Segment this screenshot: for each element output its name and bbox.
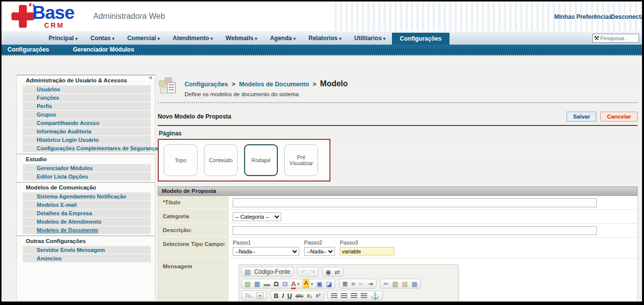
find-icon[interactable]: ◉ xyxy=(325,269,331,275)
tab-contas[interactable]: Contas▾ xyxy=(84,31,121,45)
indent-icon[interactable]: ⇥ xyxy=(368,281,373,287)
sidebar-item-modelos-documento[interactable]: Modelos de Documento xyxy=(23,226,151,234)
sidebar-item-usuarios[interactable]: Usuários xyxy=(23,85,151,93)
titulo-input[interactable] xyxy=(233,198,597,207)
categoria-select[interactable]: -- Categoria -- xyxy=(233,212,281,221)
replace-icon[interactable]: ⇄ xyxy=(334,269,340,275)
sidebar-section-title: Estudio xyxy=(17,154,155,164)
sidebar-item-modelos-email[interactable]: Modelos E-mail xyxy=(23,201,151,209)
sidebar-item-grupos[interactable]: Grupos xyxy=(23,111,151,119)
strikethrough-button[interactable]: abc xyxy=(295,293,303,299)
special-char-icon[interactable]: Ω xyxy=(274,281,279,287)
italic-button[interactable]: I xyxy=(282,292,284,300)
sidebar-item-historico-login[interactable]: Histórico Login Usuário xyxy=(23,136,151,144)
tab-principal[interactable]: Principal▾ xyxy=(42,31,84,45)
passo3-input[interactable] xyxy=(340,247,394,255)
sidebar-item-editor-lista-opcoes[interactable]: Editor Lista Opções xyxy=(23,173,151,181)
page-tab-pre-visualizar[interactable]: Pré Visualizar xyxy=(284,144,318,176)
breadcrumb-configuracoes[interactable]: Configurações xyxy=(185,81,228,88)
subscript-button[interactable]: x₂ xyxy=(307,292,313,299)
breadcrumb-modelos-documento[interactable]: Modelos de Documento xyxy=(239,81,309,88)
bold-button[interactable]: B xyxy=(274,292,278,300)
chevron-down-icon: ▾ xyxy=(75,36,78,41)
horizontal-rule-icon[interactable]: ▬ xyxy=(264,281,270,287)
search-tools-icon: ⚒ xyxy=(594,35,599,41)
anchor-icon[interactable]: ⚓ xyxy=(371,292,379,299)
sidebar-item-servidor-envio[interactable]: Servidor Envio Mensagem xyxy=(23,246,151,254)
bullet-list-icon[interactable]: ≡ xyxy=(351,281,355,287)
subnav-gerenciador-modulos[interactable]: Gerenciador Módulos xyxy=(73,46,134,53)
tab-atendimento[interactable]: Atendimento▾ xyxy=(166,31,219,45)
align-left-icon[interactable] xyxy=(331,293,337,299)
underline-button[interactable]: U xyxy=(287,292,292,300)
text-color-icon[interactable]: A xyxy=(291,280,296,288)
sidebar-item-funcoes[interactable]: Funções xyxy=(23,94,151,102)
sidebar-section-admin: Administração de Usuário & Acessos Usuár… xyxy=(17,75,155,154)
tab-relatorios[interactable]: Relatorios▾ xyxy=(302,31,348,45)
redo-icon[interactable]: ↷ xyxy=(310,269,315,275)
tab-agenda[interactable]: Agenda▾ xyxy=(263,31,302,45)
sidebar-item-modelos-atendimento[interactable]: Modelos de Atendimento xyxy=(23,218,151,226)
ordered-list-icon[interactable]: ≣ xyxy=(342,281,348,287)
cut-icon[interactable]: ✂ xyxy=(384,281,389,287)
tab-configuracoes[interactable]: Configurações xyxy=(392,33,450,45)
page-tab-conteudo[interactable]: Conteúdo xyxy=(204,144,238,176)
source-doc-icon: ▤ xyxy=(245,269,251,275)
outdent-icon[interactable]: ⇤ xyxy=(359,281,364,287)
font-size-dropdown[interactable]: Ta... ▾ xyxy=(241,291,267,301)
cancel-button[interactable]: Cancelar xyxy=(600,112,638,122)
source-code-button[interactable]: Código-Fonte xyxy=(254,268,290,275)
breadcrumb-current: Modelo xyxy=(320,79,348,88)
chevron-down-icon: ▾ xyxy=(257,292,263,299)
form-section-header: Modelo de Proposta xyxy=(158,186,638,196)
align-center-icon[interactable] xyxy=(341,293,347,299)
sidebar-section-title: Outras Configurações xyxy=(17,236,155,245)
app-title: Administradora Web xyxy=(93,12,165,21)
align-right-icon[interactable] xyxy=(351,293,357,299)
highlight-color-icon[interactable]: A xyxy=(303,279,309,288)
paste-from-word-icon[interactable]: ▩ xyxy=(411,281,417,287)
chevron-down-icon: ▾ xyxy=(297,282,299,286)
my-preferences-link[interactable]: Minhas Preferências xyxy=(554,13,612,20)
dotted-divider xyxy=(158,102,638,103)
sidebar-item-perfis[interactable]: Perfis xyxy=(23,102,151,110)
tab-comercial[interactable]: Comercial▾ xyxy=(121,31,166,45)
sidebar-item-gerenciador-modulos[interactable]: Gerenciador Módulos xyxy=(23,164,151,172)
undo-icon[interactable]: ↶ xyxy=(301,269,306,275)
chevron-down-icon: ▾ xyxy=(210,36,213,41)
tab-utilitarios[interactable]: Utilitarios▾ xyxy=(348,31,392,45)
sidebar-collapse-icon[interactable]: ◄ xyxy=(147,74,153,80)
tab-webmails[interactable]: Webmails▾ xyxy=(219,31,263,45)
eraser-icon[interactable]: ◪ xyxy=(326,281,332,287)
insert-image-icon[interactable]: ▨ xyxy=(245,281,251,287)
page-break-icon[interactable]: ⊟ xyxy=(282,281,288,287)
chevron-down-icon: ▾ xyxy=(255,36,258,41)
align-justify-icon[interactable] xyxy=(361,293,367,299)
save-button[interactable]: Salvar xyxy=(567,112,597,122)
copy-icon[interactable]: ▥ xyxy=(392,281,398,287)
form-row-titulo: *Título xyxy=(158,196,637,210)
paste-icon[interactable]: ▧ xyxy=(402,281,408,287)
descricao-input[interactable] xyxy=(233,226,597,235)
sidebar-item-sistema-agendamento[interactable]: Sistema Agendamento Notificação xyxy=(23,192,151,200)
form-row-mensagem: Mensagem ▤ Código-Fonte ↶ ↷ xyxy=(158,258,637,302)
sidebar-item-config-seguranca[interactable]: Configurações Complementares de Seguranç… xyxy=(23,144,151,152)
insert-table-icon[interactable]: ▦ xyxy=(254,281,260,287)
subnav-configuracoes[interactable]: Configurações xyxy=(7,46,49,53)
sidebar-item-informacao-auditoria[interactable]: Informação Auditoria xyxy=(23,127,151,135)
sidebar-item-anuncios[interactable]: Anúncios xyxy=(23,254,151,262)
select-all-icon[interactable]: ▣ xyxy=(317,281,322,287)
superscript-button[interactable]: x² xyxy=(316,292,321,299)
passo2-select[interactable]: --Nada-- xyxy=(304,247,335,256)
chevron-down-icon: ▾ xyxy=(339,36,341,41)
sidebar-item-compartilhando-acesso[interactable]: Compartilhando Acesso xyxy=(23,119,151,127)
sidebar-item-detalhes-empresa[interactable]: Detalhes da Empresa xyxy=(23,209,151,217)
form-row-descricao: Descrição: xyxy=(158,224,637,238)
passo1-select[interactable]: --Nada-- xyxy=(233,247,299,256)
search-input[interactable] xyxy=(600,35,635,41)
page-tab-topo[interactable]: Topo xyxy=(164,144,197,176)
disconnect-link[interactable]: Desconectar ( xyxy=(611,13,642,20)
editor-toolbar-row-1: ▤ Código-Fonte ↶ ↷ ◉ ⇄ xyxy=(241,267,456,277)
basecrm-logo-icon xyxy=(11,5,34,28)
page-tab-rodape[interactable]: Rodapé xyxy=(244,144,278,176)
